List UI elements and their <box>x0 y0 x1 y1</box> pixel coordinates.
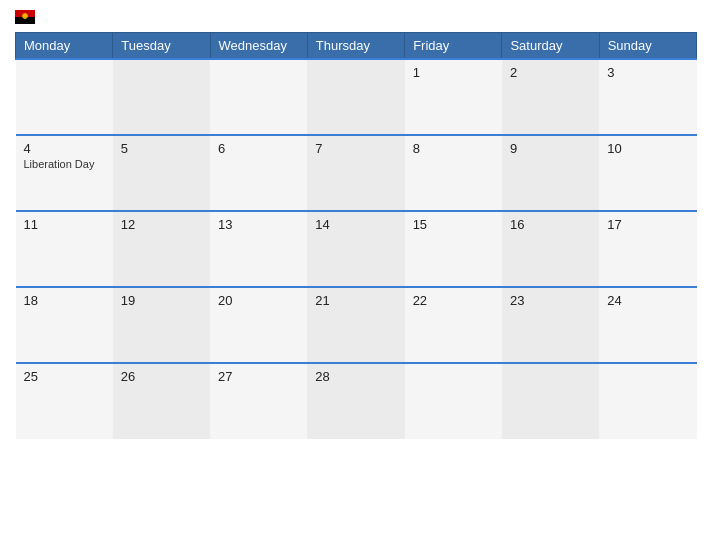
calendar-cell: 1 <box>405 59 502 135</box>
calendar-table: MondayTuesdayWednesdayThursdayFridaySatu… <box>15 32 697 439</box>
calendar-cell <box>502 363 599 439</box>
day-number: 17 <box>607 217 688 232</box>
calendar-cell: 18 <box>16 287 113 363</box>
weekday-header-monday: Monday <box>16 33 113 60</box>
calendar-cell: 9 <box>502 135 599 211</box>
weekday-header-friday: Friday <box>405 33 502 60</box>
weekday-header-tuesday: Tuesday <box>113 33 210 60</box>
calendar-cell: 28 <box>307 363 404 439</box>
day-number: 7 <box>315 141 396 156</box>
day-number: 6 <box>218 141 299 156</box>
calendar-cell: 27 <box>210 363 307 439</box>
calendar-cell: 10 <box>599 135 696 211</box>
day-number: 21 <box>315 293 396 308</box>
day-number: 13 <box>218 217 299 232</box>
day-number: 3 <box>607 65 688 80</box>
calendar-week-row: 11121314151617 <box>16 211 697 287</box>
calendar-week-row: 18192021222324 <box>16 287 697 363</box>
day-number: 22 <box>413 293 494 308</box>
calendar-cell: 4Liberation Day <box>16 135 113 211</box>
day-number: 28 <box>315 369 396 384</box>
day-number: 12 <box>121 217 202 232</box>
calendar-cell: 14 <box>307 211 404 287</box>
calendar-cell <box>599 363 696 439</box>
calendar-cell: 3 <box>599 59 696 135</box>
day-number: 14 <box>315 217 396 232</box>
logo <box>15 10 39 24</box>
calendar-page: MondayTuesdayWednesdayThursdayFridaySatu… <box>0 0 712 550</box>
calendar-cell: 22 <box>405 287 502 363</box>
day-number: 8 <box>413 141 494 156</box>
calendar-cell <box>113 59 210 135</box>
calendar-cell: 20 <box>210 287 307 363</box>
calendar-cell: 15 <box>405 211 502 287</box>
calendar-week-row: 4Liberation Day5678910 <box>16 135 697 211</box>
day-number: 11 <box>24 217 105 232</box>
weekday-header-wednesday: Wednesday <box>210 33 307 60</box>
day-number: 15 <box>413 217 494 232</box>
day-number: 24 <box>607 293 688 308</box>
day-number: 5 <box>121 141 202 156</box>
event-label: Liberation Day <box>24 158 105 170</box>
calendar-cell <box>210 59 307 135</box>
calendar-cell: 12 <box>113 211 210 287</box>
page-header <box>15 10 697 24</box>
day-number: 18 <box>24 293 105 308</box>
calendar-cell: 2 <box>502 59 599 135</box>
calendar-cell <box>405 363 502 439</box>
calendar-cell: 19 <box>113 287 210 363</box>
day-number: 19 <box>121 293 202 308</box>
day-number: 20 <box>218 293 299 308</box>
day-number: 4 <box>24 141 105 156</box>
calendar-cell <box>307 59 404 135</box>
calendar-cell: 25 <box>16 363 113 439</box>
calendar-cell: 8 <box>405 135 502 211</box>
calendar-cell: 16 <box>502 211 599 287</box>
weekday-header-saturday: Saturday <box>502 33 599 60</box>
calendar-cell: 24 <box>599 287 696 363</box>
calendar-week-row: 123 <box>16 59 697 135</box>
day-number: 23 <box>510 293 591 308</box>
day-number: 10 <box>607 141 688 156</box>
calendar-cell <box>16 59 113 135</box>
day-number: 27 <box>218 369 299 384</box>
days-header-row: MondayTuesdayWednesdayThursdayFridaySatu… <box>16 33 697 60</box>
weekday-header-sunday: Sunday <box>599 33 696 60</box>
calendar-cell: 11 <box>16 211 113 287</box>
calendar-cell: 26 <box>113 363 210 439</box>
calendar-cell: 6 <box>210 135 307 211</box>
calendar-week-row: 25262728 <box>16 363 697 439</box>
calendar-cell: 23 <box>502 287 599 363</box>
calendar-cell: 21 <box>307 287 404 363</box>
weekday-header-thursday: Thursday <box>307 33 404 60</box>
day-number: 16 <box>510 217 591 232</box>
day-number: 2 <box>510 65 591 80</box>
day-number: 1 <box>413 65 494 80</box>
day-number: 25 <box>24 369 105 384</box>
calendar-cell: 17 <box>599 211 696 287</box>
calendar-cell: 13 <box>210 211 307 287</box>
day-number: 9 <box>510 141 591 156</box>
calendar-cell: 7 <box>307 135 404 211</box>
logo-flag-icon <box>15 10 35 24</box>
day-number: 26 <box>121 369 202 384</box>
calendar-cell: 5 <box>113 135 210 211</box>
